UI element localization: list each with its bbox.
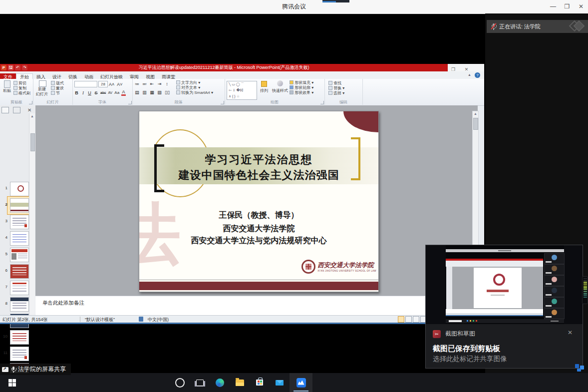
- section-button[interactable]: 节: [51, 91, 64, 96]
- ppt-ribbon-tabs: 文件开始插入设计切换动画幻灯片放映审阅视图雨课堂 ▲ ?: [0, 71, 484, 79]
- thumb1-logo: [17, 185, 24, 192]
- panel-scroll-thumb[interactable]: [30, 133, 35, 151]
- screenshot-notification[interactable]: ✂ 截图和草图 ✕ 截图已保存到剪贴板 选择此处标记并共享图像: [425, 245, 583, 369]
- copy-button[interactable]: 复制: [13, 86, 30, 91]
- panel-scroll-up-icon[interactable]: ▲: [30, 114, 34, 118]
- slide-thumb-11[interactable]: [10, 347, 29, 361]
- font-size-box[interactable]: 28: [98, 81, 108, 87]
- store-button[interactable]: [250, 373, 270, 392]
- text-direction-button[interactable]: 文字方向 ▾: [176, 80, 213, 85]
- slide-thumb-6[interactable]: [10, 264, 29, 279]
- cut-button[interactable]: 剪切: [13, 81, 30, 86]
- cortana-button[interactable]: [170, 373, 190, 392]
- outline-tab-icon[interactable]: [13, 107, 20, 113]
- italic-button[interactable]: I: [81, 90, 85, 95]
- collapse-ribbon-icon[interactable]: ▲: [468, 73, 471, 76]
- notification-body[interactable]: ✂ 截图和草图 ✕ 截图已保存到剪贴板 选择此处标记并共享图像: [426, 324, 583, 369]
- columns-icon[interactable]: ▯▯: [165, 90, 170, 95]
- slide-thumb-4[interactable]: [10, 231, 29, 246]
- mail-button[interactable]: [270, 373, 290, 392]
- slides-tab-icon[interactable]: [1, 107, 9, 113]
- justify-icon[interactable]: ▧: [157, 90, 162, 95]
- tray-popup-icon[interactable]: [574, 363, 586, 373]
- align-left-icon[interactable]: ▤: [135, 90, 139, 95]
- slide-canvas[interactable]: 法 学习习近平法治思想 建设中国特色社会主义法治强国 王保民（教授、博导） 西安…: [139, 111, 379, 292]
- indent-less-icon[interactable]: ⇤: [150, 81, 154, 86]
- store-icon: [256, 380, 263, 386]
- start-button[interactable]: [0, 373, 24, 392]
- font-color-button[interactable]: A: [121, 89, 126, 96]
- notes-placeholder[interactable]: 单击此处添加备注: [42, 300, 84, 307]
- tencent-meeting-button[interactable]: [290, 373, 312, 392]
- align-text-button[interactable]: 对齐文本 ▾: [176, 85, 213, 90]
- notification-close-icon[interactable]: ✕: [568, 329, 573, 336]
- shape-effects-button[interactable]: 形状效果 ▾: [290, 90, 313, 95]
- thumb5-header: [11, 249, 27, 252]
- slide-thumb-10[interactable]: [10, 330, 29, 345]
- bold-button[interactable]: B: [74, 90, 79, 95]
- paragraph-dialog-launcher[interactable]: [221, 101, 224, 104]
- clear-format-icon[interactable]: abc: [100, 91, 106, 94]
- slide-thumb-8[interactable]: [10, 297, 29, 312]
- slide-thumb-5[interactable]: [10, 248, 29, 262]
- notes-pane[interactable]: 单击此处添加备注: [35, 296, 478, 316]
- file-explorer-icon: [236, 380, 244, 386]
- sorter-view-icon[interactable]: [405, 316, 412, 323]
- notification-subtitle: 选择此处标记并共享图像: [433, 355, 507, 364]
- minimize-button[interactable]: —: [546, 0, 560, 13]
- panel-scrollbar[interactable]: ▲: [29, 113, 35, 315]
- edge-button[interactable]: [210, 373, 230, 392]
- bullets-icon[interactable]: ≔: [135, 81, 139, 86]
- task-view-button[interactable]: [190, 373, 210, 392]
- help-icon[interactable]: ?: [475, 72, 480, 78]
- numbering-icon[interactable]: ≕: [142, 81, 147, 86]
- shapes-gallery[interactable]: ╲ ▭ ◯ ⌒⇦ ⇩ �转∧ { } ☆: [227, 81, 257, 100]
- slide-thumb-3[interactable]: [10, 215, 29, 229]
- clipboard-icon: [4, 80, 10, 88]
- format-painter-button[interactable]: 格式刷: [13, 91, 30, 96]
- maximize-button[interactable]: ❐: [560, 0, 574, 13]
- slide-thumb-1[interactable]: [10, 182, 29, 196]
- layout-button[interactable]: 版式: [51, 81, 64, 86]
- close-button[interactable]: ✕: [574, 0, 588, 13]
- mini-blueline: [446, 315, 543, 316]
- spellcheck-icon[interactable]: [139, 317, 143, 322]
- reset-button[interactable]: 重设: [51, 86, 64, 91]
- change-case-icon[interactable]: Aa: [114, 90, 119, 95]
- reading-view-icon[interactable]: [413, 316, 419, 323]
- smartart-button[interactable]: 转换为 SmartArt ▾: [176, 90, 213, 95]
- slide-scroll-thumb[interactable]: [473, 118, 478, 130]
- drawing-dialog-launcher[interactable]: [320, 101, 324, 104]
- panel-close-icon[interactable]: ✕: [27, 107, 31, 113]
- normal-view-icon[interactable]: [398, 316, 404, 323]
- share-banner-label: 法学院的屏幕共享: [18, 365, 66, 374]
- find-button[interactable]: 查找: [328, 81, 344, 86]
- shape-outline-button[interactable]: 形状轮廓 ▾: [290, 85, 313, 90]
- indent-more-icon[interactable]: ⇥: [157, 81, 162, 86]
- shape-fill-button[interactable]: 形状填充 ▾: [290, 80, 313, 85]
- line-spacing-icon[interactable]: ↕: [165, 81, 169, 86]
- select-button[interactable]: 选择 ▾: [328, 91, 344, 96]
- clipboard-dialog-launcher[interactable]: [29, 101, 32, 104]
- mini-slide-canvas: [474, 268, 522, 308]
- font-dialog-launcher[interactable]: [128, 101, 132, 104]
- align-right-icon[interactable]: ▦: [150, 90, 154, 95]
- underline-button[interactable]: U: [87, 90, 92, 95]
- thumb3-seal: [24, 224, 27, 227]
- align-center-icon[interactable]: ▥: [142, 90, 147, 95]
- shrink-font-icon[interactable]: A˅: [117, 82, 122, 87]
- screenshot-preview-image[interactable]: [426, 245, 583, 324]
- replace-button[interactable]: 替换 ▾: [328, 86, 344, 91]
- tencent-meeting-window: 腾讯会议 — ❐ ✕ P 🖫 ↶ ↷ 习近平法治思想解读updated20211…: [0, 0, 588, 392]
- editing-buttons: 查找 替换 ▾ 选择 ▾: [328, 81, 344, 96]
- slide-thumb-7[interactable]: [10, 281, 29, 295]
- grow-font-icon[interactable]: A˄: [109, 82, 114, 87]
- strikethrough-button[interactable]: S: [94, 90, 98, 95]
- floating-toolbar-tab[interactable]: [322, 0, 349, 2]
- slide-thumb-2-current[interactable]: [10, 198, 29, 213]
- file-explorer-button[interactable]: [230, 373, 250, 392]
- bullet-buttons: ≔ ≕ ⇤ ⇥ ↕: [135, 81, 171, 86]
- slide-scroll-up-icon[interactable]: ▲: [474, 112, 477, 115]
- char-spacing-icon[interactable]: AV: [108, 91, 112, 94]
- font-name-box[interactable]: [74, 81, 97, 87]
